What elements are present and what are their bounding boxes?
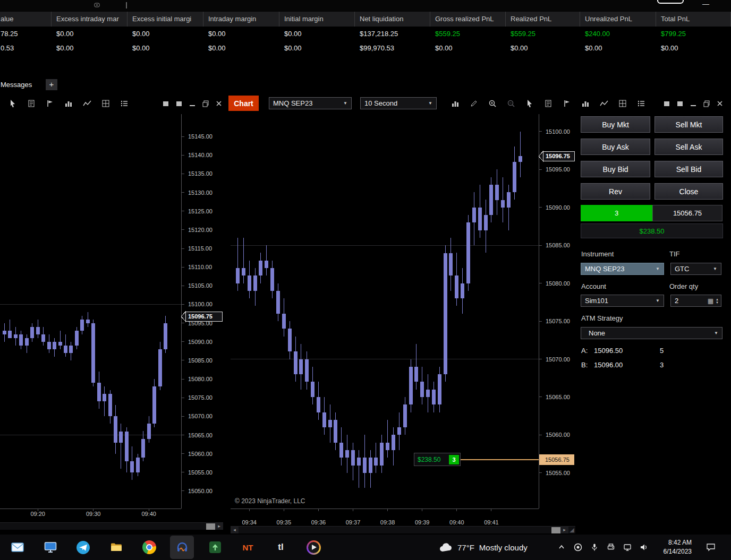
grid-icon[interactable] xyxy=(616,97,629,110)
virtual-desktop-icon[interactable] xyxy=(38,536,62,559)
chart-window-tab[interactable]: Chart xyxy=(228,96,259,111)
trading-app-icon[interactable]: tl xyxy=(269,536,293,559)
send-to-icon[interactable] xyxy=(44,97,56,110)
panel-icon[interactable] xyxy=(174,99,184,108)
pin-icon[interactable] xyxy=(124,2,129,11)
draw-icon[interactable] xyxy=(468,97,480,110)
weather-temp: 77°F xyxy=(457,543,474,552)
send-to-icon[interactable] xyxy=(560,97,573,110)
candlestick xyxy=(114,416,117,442)
zoom-out-icon[interactable] xyxy=(505,97,517,110)
spin-down-icon[interactable]: ▼ xyxy=(716,301,719,304)
candlestick xyxy=(141,439,145,458)
rev-button[interactable]: Rev xyxy=(581,183,650,200)
svg-text:15115.00: 15115.00 xyxy=(188,245,212,252)
scrollbar-handle[interactable] xyxy=(206,523,215,530)
list-icon[interactable] xyxy=(635,97,648,110)
share-icon[interactable] xyxy=(203,536,227,559)
instrument-selector[interactable]: MNQ SEP23 ▼ xyxy=(269,97,352,109)
restore-icon[interactable] xyxy=(201,99,210,108)
account-dropdown[interactable]: Sim101 ▼ xyxy=(581,295,664,307)
bar-type-icon[interactable] xyxy=(449,97,462,110)
svg-text:15135.00: 15135.00 xyxy=(188,170,212,177)
chevron-down-icon: ▼ xyxy=(713,266,717,271)
panel-icon[interactable] xyxy=(161,99,171,108)
grid-icon[interactable] xyxy=(99,97,112,110)
resize-grip[interactable]: ◢ xyxy=(568,527,575,533)
candlestick xyxy=(392,435,395,450)
svg-text:09:37: 09:37 xyxy=(346,519,361,525)
weather-widget[interactable]: 77°F Mostly cloudy xyxy=(439,535,528,560)
close-button[interactable]: Close xyxy=(654,183,723,200)
chrome-icon[interactable] xyxy=(137,536,161,559)
scroll-right-icon[interactable]: ▸ xyxy=(215,523,223,530)
scroll-left-icon[interactable]: ◂ xyxy=(231,527,239,533)
file-explorer-icon[interactable] xyxy=(104,536,128,559)
indicator-icon[interactable] xyxy=(598,97,610,110)
scrollbar-handle[interactable] xyxy=(551,527,560,533)
buy-mkt-button[interactable]: Buy Mkt xyxy=(581,116,650,133)
volume-icon[interactable] xyxy=(639,542,649,552)
buy-bid-button[interactable]: Buy Bid xyxy=(581,161,650,177)
telegram-icon[interactable] xyxy=(71,536,95,559)
calculator-icon[interactable]: ▦ xyxy=(708,297,713,305)
list-icon[interactable] xyxy=(118,97,131,110)
external-display-icon[interactable] xyxy=(623,542,632,552)
svg-text:09:41: 09:41 xyxy=(484,519,499,525)
audio-app-icon[interactable] xyxy=(170,536,194,559)
buy-ask-button[interactable]: Buy Ask xyxy=(581,139,650,155)
scroll-right-icon[interactable]: ▸ xyxy=(560,527,568,533)
add-tab-button[interactable]: + xyxy=(46,79,57,90)
restore-icon[interactable] xyxy=(702,99,711,108)
zoom-in-icon[interactable] xyxy=(486,97,499,110)
bar-type-icon[interactable] xyxy=(579,97,592,110)
cursor-icon[interactable] xyxy=(523,97,536,110)
left-chart-panel[interactable]: 15145.0015140.0015135.0015130.0015125.00… xyxy=(0,113,223,533)
order-qty-input[interactable]: 2 ▦ ▲▼ xyxy=(670,295,721,307)
cursor-icon[interactable] xyxy=(6,97,19,110)
account-cell: $99,970.53 xyxy=(355,41,430,55)
bar-type-icon[interactable] xyxy=(62,97,75,110)
left-chart-scrollbar[interactable]: ▸ xyxy=(0,522,223,530)
candlestick xyxy=(91,323,95,383)
right-chart-panel[interactable]: 15100.0015095.0015090.0015085.0015080.00… xyxy=(231,113,575,533)
atm-strategy-dropdown[interactable]: None ▼ xyxy=(581,327,722,339)
close-icon[interactable] xyxy=(214,99,224,108)
sell-ask-button[interactable]: Sell Ask xyxy=(654,139,723,155)
notification-icon[interactable] xyxy=(706,542,716,555)
right-chart-scrollbar[interactable]: ◂ ▸ ◢ xyxy=(231,526,575,533)
close-icon[interactable] xyxy=(715,99,725,108)
panel-icon[interactable] xyxy=(675,99,685,108)
taskbar-clock[interactable]: 8:42 AM 6/14/2023 xyxy=(652,538,692,556)
record-icon[interactable] xyxy=(573,542,583,552)
data-box-icon[interactable] xyxy=(25,97,38,110)
interval-selector[interactable]: 10 Second ▼ xyxy=(360,97,437,109)
mail-icon[interactable] xyxy=(5,536,29,559)
mic-icon[interactable] xyxy=(590,542,599,552)
account-column-header: Gross realized PnL xyxy=(430,12,506,27)
device-icon[interactable] xyxy=(94,2,100,10)
chevron-up-icon[interactable] xyxy=(557,542,566,552)
panel-icon[interactable] xyxy=(662,99,672,108)
tab-messages[interactable]: Messages xyxy=(0,79,37,91)
candlestick xyxy=(25,338,29,346)
window-pill[interactable] xyxy=(657,0,684,4)
indicator-icon[interactable] xyxy=(81,97,94,110)
scanner-icon[interactable] xyxy=(606,542,616,552)
tif-dropdown[interactable]: GTC ▼ xyxy=(670,263,721,275)
minimize-icon[interactable]: — xyxy=(702,0,709,8)
ninjatrader-icon[interactable]: NT xyxy=(236,536,260,559)
sell-bid-button[interactable]: Sell Bid xyxy=(654,161,723,177)
account-cell: $0.00 xyxy=(279,27,355,41)
sell-mkt-button[interactable]: Sell Mkt xyxy=(654,116,723,133)
minimize-icon[interactable] xyxy=(688,99,698,108)
media-player-icon[interactable] xyxy=(302,536,326,559)
position-marker[interactable]: $238.503 xyxy=(414,453,460,466)
instrument-dropdown[interactable]: MNQ SEP23 ▼ xyxy=(581,263,664,275)
data-box-icon[interactable] xyxy=(542,97,555,110)
account-cell: $0.00 xyxy=(279,41,355,55)
minimize-icon[interactable] xyxy=(188,99,197,108)
account-cell: $0.00 xyxy=(52,41,128,55)
cloud-icon xyxy=(439,541,453,553)
svg-text:15055.00: 15055.00 xyxy=(188,469,212,476)
